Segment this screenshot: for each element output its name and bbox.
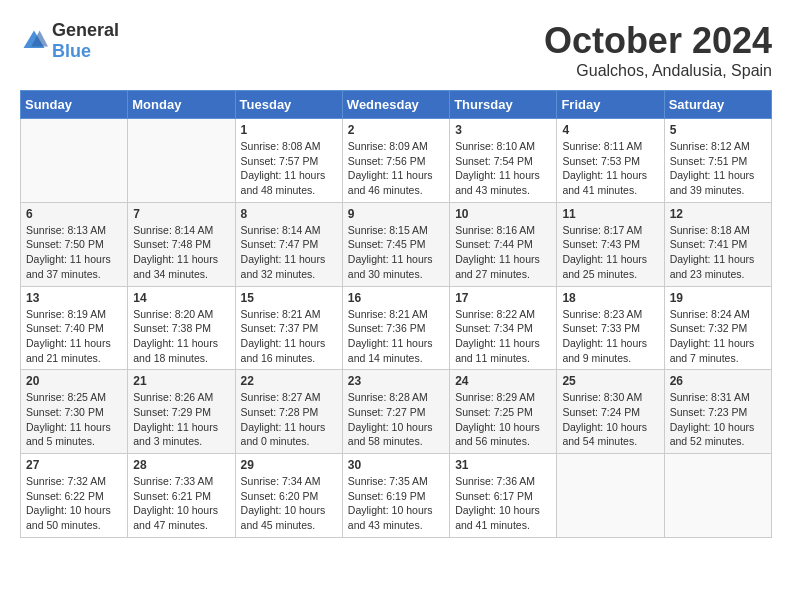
day-info: Sunrise: 8:10 AMSunset: 7:54 PMDaylight:… [455,139,551,198]
calendar-cell: 23Sunrise: 8:28 AMSunset: 7:27 PMDayligh… [342,370,449,454]
day-number: 16 [348,291,444,305]
day-number: 17 [455,291,551,305]
calendar-table: Sunday Monday Tuesday Wednesday Thursday… [20,90,772,538]
calendar-cell: 26Sunrise: 8:31 AMSunset: 7:23 PMDayligh… [664,370,771,454]
calendar-cell [128,119,235,203]
calendar-cell: 2Sunrise: 8:09 AMSunset: 7:56 PMDaylight… [342,119,449,203]
calendar-cell: 17Sunrise: 8:22 AMSunset: 7:34 PMDayligh… [450,286,557,370]
day-info: Sunrise: 8:27 AMSunset: 7:28 PMDaylight:… [241,390,337,449]
calendar-cell [664,454,771,538]
day-number: 25 [562,374,658,388]
day-number: 21 [133,374,229,388]
day-number: 18 [562,291,658,305]
header-monday: Monday [128,91,235,119]
day-info: Sunrise: 8:24 AMSunset: 7:32 PMDaylight:… [670,307,766,366]
calendar-cell: 8Sunrise: 8:14 AMSunset: 7:47 PMDaylight… [235,202,342,286]
calendar-cell: 4Sunrise: 8:11 AMSunset: 7:53 PMDaylight… [557,119,664,203]
day-info: Sunrise: 7:35 AMSunset: 6:19 PMDaylight:… [348,474,444,533]
day-info: Sunrise: 8:21 AMSunset: 7:36 PMDaylight:… [348,307,444,366]
day-number: 20 [26,374,122,388]
calendar-week-2: 6Sunrise: 8:13 AMSunset: 7:50 PMDaylight… [21,202,772,286]
day-info: Sunrise: 8:18 AMSunset: 7:41 PMDaylight:… [670,223,766,282]
day-info: Sunrise: 8:21 AMSunset: 7:37 PMDaylight:… [241,307,337,366]
header-saturday: Saturday [664,91,771,119]
day-number: 22 [241,374,337,388]
day-info: Sunrise: 7:33 AMSunset: 6:21 PMDaylight:… [133,474,229,533]
logo-general: General [52,20,119,40]
header-tuesday: Tuesday [235,91,342,119]
day-info: Sunrise: 7:32 AMSunset: 6:22 PMDaylight:… [26,474,122,533]
day-info: Sunrise: 8:29 AMSunset: 7:25 PMDaylight:… [455,390,551,449]
calendar-cell: 7Sunrise: 8:14 AMSunset: 7:48 PMDaylight… [128,202,235,286]
day-info: Sunrise: 7:34 AMSunset: 6:20 PMDaylight:… [241,474,337,533]
day-info: Sunrise: 8:09 AMSunset: 7:56 PMDaylight:… [348,139,444,198]
calendar-cell: 5Sunrise: 8:12 AMSunset: 7:51 PMDaylight… [664,119,771,203]
header-sunday: Sunday [21,91,128,119]
day-number: 31 [455,458,551,472]
day-info: Sunrise: 8:20 AMSunset: 7:38 PMDaylight:… [133,307,229,366]
day-number: 9 [348,207,444,221]
header-thursday: Thursday [450,91,557,119]
calendar-cell: 30Sunrise: 7:35 AMSunset: 6:19 PMDayligh… [342,454,449,538]
day-number: 2 [348,123,444,137]
day-info: Sunrise: 8:15 AMSunset: 7:45 PMDaylight:… [348,223,444,282]
calendar-cell: 13Sunrise: 8:19 AMSunset: 7:40 PMDayligh… [21,286,128,370]
day-number: 14 [133,291,229,305]
month-title: October 2024 [544,20,772,62]
day-info: Sunrise: 8:19 AMSunset: 7:40 PMDaylight:… [26,307,122,366]
calendar-cell: 18Sunrise: 8:23 AMSunset: 7:33 PMDayligh… [557,286,664,370]
calendar-week-1: 1Sunrise: 8:08 AMSunset: 7:57 PMDaylight… [21,119,772,203]
calendar-cell: 14Sunrise: 8:20 AMSunset: 7:38 PMDayligh… [128,286,235,370]
day-info: Sunrise: 8:08 AMSunset: 7:57 PMDaylight:… [241,139,337,198]
day-number: 19 [670,291,766,305]
calendar-cell [557,454,664,538]
day-info: Sunrise: 8:31 AMSunset: 7:23 PMDaylight:… [670,390,766,449]
header-wednesday: Wednesday [342,91,449,119]
calendar-cell: 28Sunrise: 7:33 AMSunset: 6:21 PMDayligh… [128,454,235,538]
calendar-cell: 29Sunrise: 7:34 AMSunset: 6:20 PMDayligh… [235,454,342,538]
day-info: Sunrise: 8:22 AMSunset: 7:34 PMDaylight:… [455,307,551,366]
day-number: 3 [455,123,551,137]
calendar-cell: 9Sunrise: 8:15 AMSunset: 7:45 PMDaylight… [342,202,449,286]
day-info: Sunrise: 8:17 AMSunset: 7:43 PMDaylight:… [562,223,658,282]
calendar-week-5: 27Sunrise: 7:32 AMSunset: 6:22 PMDayligh… [21,454,772,538]
day-number: 8 [241,207,337,221]
day-number: 7 [133,207,229,221]
day-number: 28 [133,458,229,472]
day-number: 5 [670,123,766,137]
day-info: Sunrise: 8:25 AMSunset: 7:30 PMDaylight:… [26,390,122,449]
day-number: 10 [455,207,551,221]
title-block: October 2024 Gualchos, Andalusia, Spain [544,20,772,80]
calendar-cell: 6Sunrise: 8:13 AMSunset: 7:50 PMDaylight… [21,202,128,286]
calendar-cell: 15Sunrise: 8:21 AMSunset: 7:37 PMDayligh… [235,286,342,370]
calendar-cell: 3Sunrise: 8:10 AMSunset: 7:54 PMDaylight… [450,119,557,203]
day-info: Sunrise: 8:13 AMSunset: 7:50 PMDaylight:… [26,223,122,282]
day-info: Sunrise: 8:11 AMSunset: 7:53 PMDaylight:… [562,139,658,198]
calendar-cell: 22Sunrise: 8:27 AMSunset: 7:28 PMDayligh… [235,370,342,454]
calendar-week-3: 13Sunrise: 8:19 AMSunset: 7:40 PMDayligh… [21,286,772,370]
calendar-cell: 20Sunrise: 8:25 AMSunset: 7:30 PMDayligh… [21,370,128,454]
calendar-cell: 10Sunrise: 8:16 AMSunset: 7:44 PMDayligh… [450,202,557,286]
day-info: Sunrise: 8:14 AMSunset: 7:47 PMDaylight:… [241,223,337,282]
day-number: 13 [26,291,122,305]
calendar-cell: 27Sunrise: 7:32 AMSunset: 6:22 PMDayligh… [21,454,128,538]
location-title: Gualchos, Andalusia, Spain [544,62,772,80]
day-info: Sunrise: 7:36 AMSunset: 6:17 PMDaylight:… [455,474,551,533]
day-number: 27 [26,458,122,472]
day-number: 26 [670,374,766,388]
calendar-cell: 16Sunrise: 8:21 AMSunset: 7:36 PMDayligh… [342,286,449,370]
day-number: 12 [670,207,766,221]
day-info: Sunrise: 8:23 AMSunset: 7:33 PMDaylight:… [562,307,658,366]
day-number: 6 [26,207,122,221]
calendar-cell: 25Sunrise: 8:30 AMSunset: 7:24 PMDayligh… [557,370,664,454]
page-header: General Blue October 2024 Gualchos, Anda… [20,20,772,80]
calendar-cell: 24Sunrise: 8:29 AMSunset: 7:25 PMDayligh… [450,370,557,454]
calendar-cell: 19Sunrise: 8:24 AMSunset: 7:32 PMDayligh… [664,286,771,370]
weekday-header-row: Sunday Monday Tuesday Wednesday Thursday… [21,91,772,119]
day-info: Sunrise: 8:30 AMSunset: 7:24 PMDaylight:… [562,390,658,449]
calendar-cell: 12Sunrise: 8:18 AMSunset: 7:41 PMDayligh… [664,202,771,286]
logo-blue: Blue [52,41,91,61]
day-number: 23 [348,374,444,388]
logo-icon [20,27,48,55]
logo: General Blue [20,20,119,62]
